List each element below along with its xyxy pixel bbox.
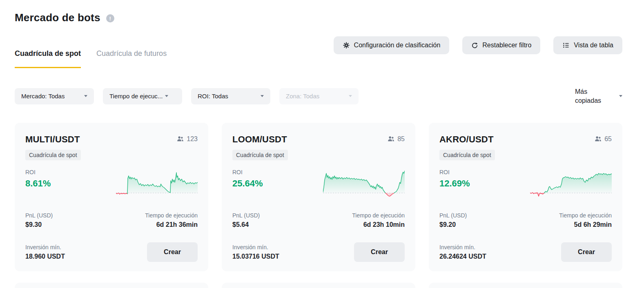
chevron-down-icon — [349, 95, 352, 97]
grid-type-tag: Cuadrícula de spot — [439, 150, 495, 160]
pnl-label: PnL (USD) — [25, 212, 53, 219]
runtime-label: Tiempo de ejecución — [559, 212, 612, 219]
bot-card-loom-usdt[interactable]: LOOM/USDT 85 Cuadrícula de spot ROI 25.6… — [222, 123, 415, 271]
pnl-value: $9.30 — [25, 220, 53, 229]
roi-sparkline — [116, 168, 198, 197]
reset-filter-button[interactable]: Restablecer filtro — [462, 36, 540, 54]
chevron-down-icon — [261, 95, 264, 97]
runtime-value: 6d 21h 36min — [145, 220, 198, 229]
pnl-value: $5.64 — [232, 220, 260, 229]
grid-type-tag: Cuadrícula de spot — [25, 150, 81, 160]
sort-config-button[interactable]: Configuración de clasificación — [334, 36, 450, 54]
create-button[interactable]: Crear — [147, 242, 198, 262]
roi-label: ROI — [232, 168, 263, 176]
next-row-partial — [15, 283, 622, 288]
roi-value: 12.69% — [439, 177, 470, 190]
table-view-button[interactable]: Vista de tabla — [553, 36, 622, 54]
filters-row: Mercado: Todas Tiempo de ejecuc... ROI: … — [15, 87, 622, 105]
reset-icon — [471, 42, 478, 49]
tabs: Cuadrícula de spot Cuadrícula de futuros — [15, 36, 167, 68]
grid-type-tag: Cuadrícula de spot — [232, 150, 288, 160]
tab-futures-grid[interactable]: Cuadrícula de futuros — [96, 49, 167, 68]
pair-name: AKRO/USDT — [439, 133, 494, 146]
users-icon — [594, 135, 602, 143]
pnl-value: $9.20 — [439, 220, 467, 229]
gear-icon — [343, 42, 350, 49]
roi-label: ROI — [439, 168, 470, 176]
copiers-count: 65 — [594, 135, 612, 143]
reset-filter-label: Restablecer filtro — [482, 42, 531, 49]
min-investment-value: 26.24624 USDT — [439, 252, 486, 261]
bot-marketplace-page: Mercado de bots ! Cuadrícula de spot Cua… — [0, 0, 644, 288]
min-investment-value: 15.03716 USDT — [232, 252, 279, 261]
min-investment-label: Inversión mín. — [25, 244, 65, 251]
copiers-value: 123 — [187, 135, 198, 143]
min-investment-label: Inversión mín. — [232, 244, 279, 251]
filter-runtime[interactable]: Tiempo de ejecuc... — [103, 88, 182, 104]
roi-label: ROI — [25, 168, 51, 176]
pair-name: LOOM/USDT — [232, 133, 287, 146]
sort-order-dropdown[interactable]: Más copiadas — [575, 87, 622, 105]
filter-zone-label: Zona: Todas — [286, 93, 319, 100]
page-header: Mercado de bots ! — [15, 11, 622, 24]
filter-market[interactable]: Mercado: Todas — [15, 88, 94, 104]
pnl-label: PnL (USD) — [232, 212, 260, 219]
tabs-toolbar-row: Cuadrícula de spot Cuadrícula de futuros — [15, 36, 622, 68]
users-icon — [176, 135, 184, 143]
filter-market-label: Mercado: Todas — [21, 93, 65, 100]
users-icon — [387, 135, 395, 143]
copiers-count: 85 — [387, 135, 405, 143]
runtime-value: 6d 23h 10min — [352, 220, 405, 229]
toolbar: Configuración de clasificación Restablec… — [334, 36, 622, 54]
bot-cards-grid: MULTI/USDT 123 Cuadrícula de spot ROI 8.… — [15, 123, 622, 271]
roi-value: 8.61% — [25, 177, 51, 190]
runtime-label: Tiempo de ejecución — [352, 212, 405, 219]
create-button[interactable]: Crear — [561, 242, 612, 262]
copiers-value: 85 — [397, 135, 405, 143]
min-investment-value: 18.960 USDT — [25, 252, 65, 261]
filter-runtime-label: Tiempo de ejecuc... — [109, 93, 163, 100]
bot-card-partial — [222, 283, 415, 288]
page-title: Mercado de bots — [15, 11, 100, 24]
copiers-count: 123 — [176, 135, 198, 143]
roi-sparkline — [530, 168, 612, 197]
chevron-down-icon — [619, 95, 622, 97]
runtime-value: 5d 6h 29min — [559, 220, 612, 229]
runtime-label: Tiempo de ejecución — [145, 212, 198, 219]
chevron-down-icon — [84, 95, 87, 97]
roi-value: 25.64% — [232, 177, 263, 190]
tab-spot-grid[interactable]: Cuadrícula de spot — [15, 49, 81, 68]
create-button[interactable]: Crear — [354, 242, 405, 262]
filter-zone[interactable]: Zona: Todas — [279, 88, 359, 104]
bot-card-partial — [429, 283, 622, 288]
chevron-down-icon — [165, 95, 168, 97]
min-investment-label: Inversión mín. — [439, 244, 486, 251]
sort-config-label: Configuración de clasificación — [354, 42, 441, 49]
bot-card-partial — [15, 283, 208, 288]
roi-sparkline — [323, 168, 405, 197]
pair-name: MULTI/USDT — [25, 133, 80, 146]
table-view-icon — [562, 42, 570, 49]
table-view-label: Vista de tabla — [574, 42, 613, 49]
info-icon[interactable]: ! — [106, 14, 114, 22]
filter-roi-label: ROI: Todas — [198, 93, 228, 100]
sort-order-label: Más copiadas — [575, 87, 608, 105]
bot-card-akro-usdt[interactable]: AKRO/USDT 65 Cuadrícula de spot ROI 12.6… — [429, 123, 622, 271]
bot-card-multi-usdt[interactable]: MULTI/USDT 123 Cuadrícula de spot ROI 8.… — [15, 123, 208, 271]
filter-roi[interactable]: ROI: Todas — [191, 88, 270, 104]
pnl-label: PnL (USD) — [439, 212, 467, 219]
copiers-value: 65 — [604, 135, 612, 143]
